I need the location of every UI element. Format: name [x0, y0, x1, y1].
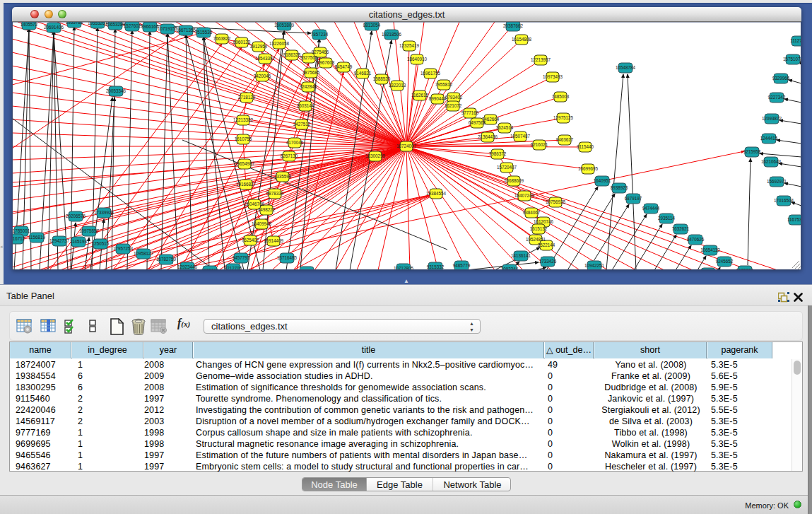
svg-text:12213382: 12213382: [233, 117, 254, 122]
svg-text:1610755: 1610755: [235, 136, 252, 141]
svg-text:3427512: 3427512: [293, 122, 311, 127]
svg-text:17339924: 17339924: [94, 210, 114, 215]
svg-text:12942737: 12942737: [49, 238, 70, 243]
svg-text:7515536: 7515536: [195, 30, 213, 35]
svg-text:1112733: 1112733: [790, 38, 801, 43]
svg-text:16409948: 16409948: [252, 221, 272, 226]
svg-text:7462664: 7462664: [482, 117, 500, 122]
svg-text:4170046: 4170046: [286, 140, 304, 145]
svg-text:7663822: 7663822: [213, 36, 231, 41]
svg-text:10507487: 10507487: [510, 134, 531, 139]
svg-text:10719155: 10719155: [158, 26, 178, 31]
svg-text:9474444: 9474444: [642, 206, 660, 211]
svg-text:2522144: 2522144: [538, 243, 555, 247]
svg-text:2967608: 2967608: [317, 60, 335, 65]
svg-text:18300295: 18300295: [365, 153, 386, 158]
svg-text:16914409: 16914409: [264, 238, 284, 243]
svg-text:15751074: 15751074: [783, 57, 801, 62]
svg-text:3912954: 3912954: [250, 44, 268, 49]
svg-text:7485003: 7485003: [552, 94, 570, 99]
svg-text:3624514: 3624514: [496, 125, 514, 130]
svg-text:6793402: 6793402: [445, 95, 463, 100]
svg-text:1733426: 1733426: [539, 259, 557, 264]
svg-text:16671355: 16671355: [176, 28, 196, 33]
svg-text:8454749: 8454749: [335, 64, 353, 69]
svg-text:20206576: 20206576: [66, 214, 86, 218]
svg-text:9146821: 9146821: [354, 71, 372, 76]
svg-text:9275466: 9275466: [312, 49, 329, 54]
svg-text:9777169: 9777169: [461, 110, 479, 115]
svg-text:7955812: 7955812: [435, 82, 453, 87]
svg-text:16548784: 16548784: [616, 65, 636, 70]
svg-text:14136141: 14136141: [511, 253, 531, 258]
svg-text:12213957: 12213957: [531, 57, 551, 62]
svg-text:1588520: 1588520: [373, 76, 391, 81]
svg-text:1162615: 1162615: [411, 93, 429, 98]
svg-text:1615132: 1615132: [530, 226, 548, 231]
svg-text:13226058: 13226058: [269, 41, 290, 46]
svg-text:17016504: 17016504: [774, 198, 794, 203]
svg-text:7857234: 7857234: [311, 32, 329, 37]
svg-text:2603144: 2603144: [297, 103, 314, 108]
svg-text:18640910: 18640910: [407, 57, 428, 62]
svg-text:10973493: 10973493: [543, 74, 563, 79]
svg-text:12325419: 12325419: [399, 43, 420, 48]
svg-text:19218506: 19218506: [382, 32, 402, 37]
svg-text:17957253: 17957253: [113, 246, 134, 251]
svg-text:3916712: 3916712: [12, 236, 25, 241]
svg-text:9457791: 9457791: [233, 255, 250, 260]
svg-text:20053346: 20053346: [106, 88, 126, 93]
svg-text:1527602: 1527602: [124, 23, 141, 28]
svg-text:7986372: 7986372: [489, 151, 507, 156]
svg-text:8966160: 8966160: [141, 24, 159, 29]
svg-text:9115440: 9115440: [577, 144, 594, 149]
svg-text:3875685: 3875685: [302, 70, 320, 75]
svg-text:2935114: 2935114: [658, 216, 676, 221]
svg-text:16120746: 16120746: [534, 219, 554, 224]
svg-text:9315332: 9315332: [427, 264, 445, 269]
svg-text:9215958: 9215958: [743, 149, 761, 154]
svg-text:1322013: 1322013: [389, 83, 406, 88]
svg-text:8186328: 8186328: [283, 52, 301, 57]
svg-text:20691406: 20691406: [44, 25, 64, 30]
svg-text:1405572: 1405572: [20, 22, 38, 27]
svg-text:16210643: 16210643: [761, 159, 782, 164]
svg-text:16782759: 16782759: [156, 257, 177, 262]
svg-text:6216021: 6216021: [531, 142, 548, 147]
svg-text:1785001: 1785001: [13, 228, 30, 233]
svg-text:8470626: 8470626: [687, 237, 705, 242]
svg-text:1250515: 1250515: [92, 241, 110, 246]
svg-text:1621072: 1621072: [445, 103, 462, 108]
svg-text:10975857: 10975857: [79, 228, 100, 233]
svg-text:3420046: 3420046: [254, 74, 271, 78]
svg-text:1156819: 1156819: [28, 235, 46, 240]
svg-text:8960123: 8960123: [233, 40, 251, 45]
svg-text:10653287: 10653287: [105, 22, 126, 27]
svg-text:10699695: 10699695: [578, 166, 599, 171]
svg-text:16154808: 16154808: [512, 37, 532, 42]
svg-text:10688609: 10688609: [504, 178, 524, 183]
svg-text:9384067: 9384067: [523, 210, 541, 215]
svg-text:19384554: 19384554: [426, 191, 447, 196]
svg-text:7632621: 7632621: [672, 226, 690, 231]
svg-text:1145193: 1145193: [70, 239, 88, 244]
svg-text:12923446: 12923446: [177, 264, 198, 269]
svg-text:1335594: 1335594: [274, 174, 292, 179]
svg-text:19654987: 19654987: [235, 161, 255, 166]
svg-text:19166827: 19166827: [236, 182, 257, 187]
svg-text:9227342: 9227342: [768, 95, 786, 100]
svg-text:9463627: 9463627: [556, 137, 574, 142]
svg-text:5878334: 5878334: [266, 191, 284, 196]
svg-text:21364436: 21364436: [478, 134, 498, 139]
svg-text:9327505: 9327505: [300, 55, 318, 60]
svg-text:9242845: 9242845: [300, 84, 317, 89]
svg-text:10654112: 10654112: [700, 247, 720, 252]
svg-text:13716485: 13716485: [277, 255, 298, 260]
svg-text:20387662: 20387662: [503, 23, 524, 28]
svg-text:16053809: 16053809: [274, 23, 295, 28]
svg-text:8938923: 8938923: [611, 185, 628, 190]
svg-text:9485779: 9485779: [453, 263, 471, 268]
svg-text:19756928: 19756928: [546, 199, 566, 204]
svg-text:1244415: 1244415: [760, 136, 778, 141]
svg-text:10942251: 10942251: [584, 263, 605, 268]
